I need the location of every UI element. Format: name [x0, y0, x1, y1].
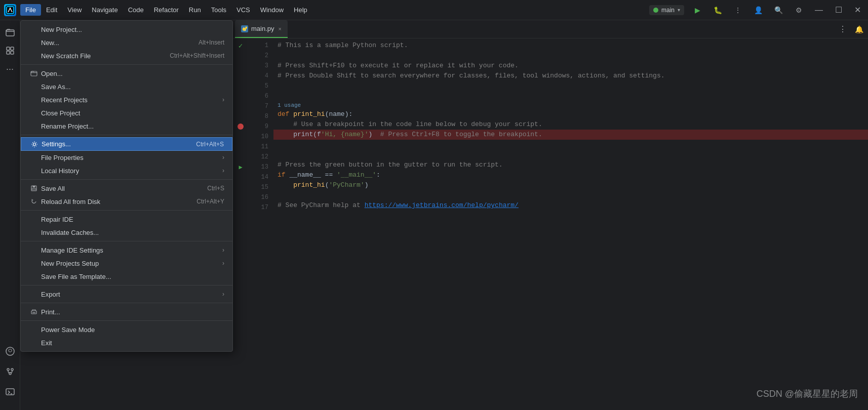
new-scratch-shortcut: Ctrl+Alt+Shift+Insert — [170, 52, 224, 59]
code-line-usage: 1 usage — [273, 101, 868, 109]
tab-close-button[interactable]: × — [279, 26, 282, 32]
code-line-15 — [273, 190, 868, 200]
tab-main-py[interactable]: main.py × — [235, 20, 288, 38]
code-editor[interactable]: ✓ ▶ — [233, 38, 868, 410]
menu-item-recent-projects[interactable]: Recent Projects › — [21, 93, 232, 106]
search-everywhere-button[interactable]: 🔍 — [771, 3, 785, 17]
menu-item-file-properties[interactable]: File Properties › — [21, 151, 232, 164]
gutter-line-3 — [233, 61, 248, 71]
menu-item-manage-ide-settings[interactable]: Manage IDE Settings › — [21, 243, 232, 257]
menu-item-new-project[interactable]: New Project... — [21, 23, 232, 36]
menu-item-print[interactable]: Print... — [21, 305, 232, 318]
menu-item-save-file-as-template[interactable]: Save File as Template... — [21, 270, 232, 283]
sidebar-icon-terminal[interactable] — [2, 384, 18, 400]
check-mark-icon: ✓ — [239, 42, 243, 50]
menu-item-new[interactable]: New... Alt+Insert — [21, 36, 232, 49]
menu-code[interactable]: Code — [123, 4, 149, 16]
menu-vcs[interactable]: VCS — [231, 4, 255, 16]
minimize-button[interactable]: — — [812, 6, 826, 15]
export-label: Export — [41, 291, 60, 298]
menu-item-settings[interactable]: Settings... Ctrl+Alt+S — [21, 137, 232, 151]
menu-navigate[interactable]: Navigate — [87, 4, 123, 16]
code-line-2 — [273, 51, 868, 61]
new-label: New... — [41, 39, 59, 47]
menu-edit[interactable]: Edit — [41, 4, 62, 16]
new-project-label: New Project... — [41, 26, 82, 33]
menu-item-reload-all[interactable]: Reload All from Disk Ctrl+Alt+Y — [21, 195, 232, 208]
code-line-7: def print_hi(name): — [273, 109, 868, 119]
menu-help[interactable]: Help — [289, 4, 312, 16]
line-num-12: 12 — [248, 152, 268, 162]
save-as-label: Save As... — [41, 83, 71, 91]
sidebar-icon-git[interactable] — [2, 363, 18, 380]
menu-file[interactable]: File — [20, 4, 41, 16]
sidebar-icon-more[interactable]: ··· — [2, 61, 18, 77]
title-bar: File Edit View Navigate Code Refactor Ru… — [0, 0, 868, 20]
svg-rect-11 — [6, 389, 14, 395]
menu-window[interactable]: Window — [255, 4, 289, 16]
code-content[interactable]: # This is a sample Python script. # Pres… — [273, 38, 868, 410]
sidebar-icon-python[interactable] — [2, 343, 18, 359]
menu-view[interactable]: View — [62, 4, 87, 16]
close-button[interactable]: ✕ — [851, 5, 864, 15]
svg-rect-15 — [33, 186, 35, 188]
separator-6 — [21, 285, 232, 285]
menu-run[interactable]: Run — [184, 4, 206, 16]
menu-item-open[interactable]: Open... — [21, 67, 232, 80]
menu-item-save-all[interactable]: Save All Ctrl+S — [21, 182, 232, 195]
gutter-line-17 — [233, 202, 248, 213]
line-num-2: 2 — [248, 51, 268, 61]
menu-item-new-scratch[interactable]: New Scratch File Ctrl+Alt+Shift+Insert — [21, 49, 232, 62]
sidebar-icon-folder[interactable] — [2, 24, 18, 40]
app-logo — [4, 4, 16, 16]
file-menu-dropdown: New Project... New... Alt+Insert New Scr… — [20, 20, 233, 352]
settings-button[interactable]: ⚙ — [792, 3, 806, 17]
menu-refactor[interactable]: Refactor — [149, 4, 184, 16]
tab-options-button[interactable]: ⋮ — [836, 22, 850, 36]
save-all-icon — [29, 185, 39, 192]
line-num-9: 9 — [248, 121, 268, 132]
menu-item-exit[interactable]: Exit — [21, 336, 232, 349]
manage-ide-settings-label: Manage IDE Settings — [41, 247, 103, 254]
maximize-button[interactable]: ☐ — [832, 5, 845, 15]
menu-item-power-save-mode[interactable]: Power Save Mode — [21, 323, 232, 336]
run-button[interactable]: ▶ — [690, 3, 704, 17]
code-line-12: # Press the green button in the gutter t… — [273, 160, 868, 170]
run-config[interactable]: main ▾ — [649, 5, 684, 15]
menu-item-export[interactable]: Export › — [21, 288, 232, 301]
profile-button[interactable]: 👤 — [751, 3, 765, 17]
gutter-line-2 — [233, 51, 248, 61]
watermark: CSDN @偷藏星星的老周 — [757, 388, 858, 400]
gutter-line-14 — [233, 172, 248, 182]
menu-item-repair-ide[interactable]: Repair IDE — [21, 213, 232, 226]
menu-item-save-as[interactable]: Save As... — [21, 80, 232, 93]
line-num-3: 3 — [248, 61, 268, 71]
menu-tools[interactable]: Tools — [206, 4, 231, 16]
more-actions-button[interactable]: ⋮ — [731, 3, 745, 17]
code-line-8: # Use a breakpoint in the code line belo… — [273, 119, 868, 130]
sidebar-icon-structure[interactable] — [2, 43, 18, 59]
rename-project-label: Rename Project... — [41, 122, 94, 130]
menu-item-local-history[interactable]: Local History › — [21, 164, 232, 177]
reload-all-shortcut: Ctrl+Alt+Y — [196, 198, 224, 205]
debug-button[interactable]: 🐛 — [711, 3, 725, 17]
svg-point-7 — [6, 347, 14, 355]
line-num-4: 4 — [248, 71, 268, 81]
notifications-button[interactable]: 🔔 — [852, 22, 866, 36]
code-line-11 — [273, 150, 868, 160]
menu-item-invalidate-caches[interactable]: Invalidate Caches... — [21, 226, 232, 239]
code-line-6 — [273, 91, 868, 101]
code-line-1: # This is a sample Python script. — [273, 40, 868, 51]
menu-item-new-projects-setup[interactable]: New Projects Setup › — [21, 257, 232, 270]
menu-item-rename-project[interactable]: Rename Project... — [21, 119, 232, 133]
svg-point-8 — [7, 368, 9, 371]
svg-rect-18 — [32, 312, 35, 313]
svg-point-19 — [244, 27, 244, 27]
manage-ide-settings-arrow: › — [222, 247, 224, 254]
invalidate-caches-label: Invalidate Caches... — [41, 229, 99, 236]
code-line-16: # See PyCharm help at https://www.jetbra… — [273, 200, 868, 211]
export-arrow: › — [222, 291, 224, 298]
menu-item-close-project[interactable]: Close Project — [21, 106, 232, 119]
code-line-10 — [273, 140, 868, 150]
line-num-17: 17 — [248, 202, 268, 213]
